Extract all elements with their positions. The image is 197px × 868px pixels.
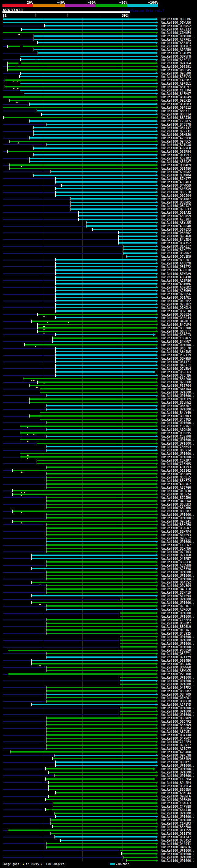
subject-label[interactable]: UniRef100_UPI000.. bbox=[161, 438, 195, 441]
alignment-bar[interactable] bbox=[3, 19, 156, 20]
alignment-bar[interactable] bbox=[46, 517, 156, 519]
alignment-bar[interactable] bbox=[52, 341, 156, 342]
alignment-bar[interactable] bbox=[46, 748, 156, 749]
alignment-bar[interactable] bbox=[120, 711, 156, 712]
subject-label[interactable]: UniRef100_A8G4X8 bbox=[161, 276, 191, 279]
subject-label[interactable]: UniRef100_Q1KLP9 bbox=[161, 398, 191, 401]
subject-label[interactable]: UniRef100_Q676X3 bbox=[161, 228, 191, 231]
subject-label[interactable]: UniRef100_Q119V1 bbox=[161, 154, 191, 157]
subject-label[interactable]: UniRef100_UPI000.. bbox=[161, 642, 195, 645]
alignment-bar[interactable] bbox=[46, 694, 156, 695]
alignment-bar[interactable] bbox=[119, 242, 156, 244]
subject-label[interactable]: UniRef100_B2XT60 bbox=[161, 554, 191, 557]
subject-label[interactable]: UniRef100_A8WUG5 bbox=[161, 670, 191, 673]
alignment-bar[interactable] bbox=[46, 548, 156, 549]
subject-label[interactable]: UniRef100_UPI000.. bbox=[161, 710, 195, 713]
subject-label[interactable]: UniRef100_A3IWB6 bbox=[161, 283, 191, 286]
alignment-bar[interactable] bbox=[120, 707, 156, 709]
alignment-bar[interactable] bbox=[40, 392, 156, 393]
alignment-bar[interactable] bbox=[46, 846, 156, 848]
subject-label[interactable]: UniRef100_B5XFN6 bbox=[161, 547, 191, 550]
alignment-bar[interactable] bbox=[56, 371, 153, 373]
alignment-bar[interactable] bbox=[56, 262, 156, 264]
alignment-bar[interactable] bbox=[56, 348, 156, 349]
subject-label[interactable]: UniRef100_B0C814 bbox=[161, 113, 191, 116]
alignment-bar[interactable] bbox=[55, 836, 156, 838]
alignment-bar[interactable] bbox=[20, 456, 156, 458]
subject-label[interactable]: UniRef100_Q1WLU0 bbox=[161, 21, 191, 24]
alignment-bar[interactable] bbox=[46, 575, 156, 576]
subject-label[interactable]: UniRef100_B0LUH3 bbox=[161, 503, 191, 506]
alignment-bar[interactable] bbox=[10, 751, 156, 752]
alignment-bar[interactable] bbox=[56, 762, 156, 763]
subject-label[interactable]: UniRef100_UPI000.. bbox=[161, 819, 195, 822]
subject-label[interactable]: UniRef100_B4FM07 bbox=[161, 92, 191, 95]
subject-label[interactable]: UniRef100_A8CV51 bbox=[161, 731, 191, 734]
subject-label[interactable]: UniRef100_UPI000.. bbox=[161, 707, 195, 710]
alignment-bar[interactable] bbox=[46, 653, 156, 654]
subject-label[interactable]: UniRef100_C6K6G3 bbox=[161, 802, 191, 805]
subject-label[interactable]: UniRef100_UPI000.. bbox=[161, 639, 195, 642]
subject-label[interactable]: UniRef100_A9PEL1 bbox=[161, 82, 191, 85]
alignment-bar[interactable] bbox=[123, 857, 156, 858]
subject-label[interactable]: UniRef100_B4PCW4 bbox=[161, 500, 191, 503]
alignment-bar[interactable] bbox=[120, 640, 156, 641]
alignment-bar[interactable] bbox=[46, 507, 156, 508]
alignment-bar[interactable] bbox=[60, 840, 156, 841]
subject-label[interactable]: UniRef100_B4K7N4 bbox=[161, 388, 191, 391]
subject-label[interactable]: UniRef100_B5G0M4 bbox=[161, 727, 191, 730]
subject-label[interactable]: UniRef100_Q6DFP2 bbox=[161, 720, 191, 723]
subject-label[interactable]: UniRef100_B0FWR3 bbox=[161, 415, 191, 418]
alignment-bar[interactable] bbox=[56, 280, 156, 281]
subject-label[interactable]: UniRef100_C8BKC5 bbox=[161, 337, 191, 340]
alignment-bar[interactable] bbox=[48, 782, 156, 783]
alignment-bar[interactable] bbox=[9, 141, 156, 142]
subject-label[interactable]: UniRef100_Q29BH8 bbox=[161, 381, 191, 384]
alignment-bar[interactable] bbox=[41, 114, 156, 115]
subject-label[interactable]: UniRef100_B1XPT7 bbox=[161, 248, 191, 252]
subject-label[interactable]: UniRef100_B5G0M2 bbox=[161, 690, 191, 693]
subject-label[interactable]: UniRef100_A8I2V3 bbox=[161, 466, 191, 469]
subject-label[interactable]: UniRef100_C1EHK4 bbox=[161, 89, 191, 92]
subject-label[interactable]: UniRef100_P32119 bbox=[161, 354, 191, 357]
subject-label[interactable]: UniRef100_Q4S7T1 bbox=[161, 364, 191, 367]
subject-label[interactable]: UniRef100_A9QKS0 bbox=[161, 428, 191, 431]
alignment-bar[interactable] bbox=[51, 833, 156, 834]
alignment-bar[interactable] bbox=[29, 415, 156, 416]
subject-label[interactable]: UniRef100_B4PKF3 bbox=[161, 320, 191, 323]
alignment-bar[interactable] bbox=[46, 619, 156, 620]
alignment-bar[interactable] bbox=[38, 381, 156, 383]
alignment-bar[interactable] bbox=[46, 633, 156, 634]
subject-label[interactable]: UniRef100_P80602 bbox=[161, 231, 191, 235]
alignment-bar[interactable] bbox=[29, 137, 156, 138]
alignment-bar[interactable] bbox=[78, 219, 156, 220]
subject-label[interactable]: UniRef100_UPI000.. bbox=[161, 517, 195, 520]
alignment-bar[interactable] bbox=[119, 232, 156, 234]
subject-label[interactable]: UniRef100_UPI000.. bbox=[161, 422, 195, 425]
subject-label[interactable]: UniRef100_UPI000.. bbox=[161, 442, 195, 445]
subject-label[interactable]: UniRef100_A8E7G6 bbox=[161, 486, 191, 489]
alignment-bar[interactable] bbox=[48, 772, 156, 773]
subject-label[interactable]: UniRef100_B3RUE8 bbox=[161, 561, 191, 564]
subject-label[interactable]: UniRef100_B5XFI4 bbox=[161, 479, 191, 483]
subject-label[interactable]: UniRef100_B7QJH0 bbox=[161, 496, 191, 499]
subject-label[interactable]: UniRef100_Q9BGI2 bbox=[161, 537, 191, 540]
subject-label[interactable]: UniRef100_A8DYR6 bbox=[161, 506, 191, 509]
subject-label[interactable]: UniRef100_Q93X25 bbox=[161, 99, 191, 102]
alignment-bar[interactable] bbox=[51, 171, 156, 173]
alignment-bar[interactable] bbox=[46, 670, 156, 671]
subject-label[interactable]: UniRef100_Q5RC63 bbox=[161, 371, 191, 374]
subject-label[interactable]: UniRef100_UPI000.. bbox=[161, 859, 195, 863]
alignment-bar[interactable] bbox=[51, 823, 156, 824]
subject-label[interactable]: UniRef100_UPI000.. bbox=[161, 812, 195, 815]
alignment-bar[interactable] bbox=[32, 704, 156, 705]
alignment-bar[interactable] bbox=[3, 32, 156, 33]
subject-label[interactable]: UniRef100_UPI000.. bbox=[161, 598, 195, 601]
alignment-bar[interactable] bbox=[56, 277, 156, 278]
alignment-bar[interactable] bbox=[23, 378, 156, 379]
alignment-bar[interactable] bbox=[56, 273, 156, 274]
alignment-bar[interactable] bbox=[46, 731, 156, 732]
subject-label[interactable]: UniRef100_UPI000.. bbox=[161, 646, 195, 649]
subject-label[interactable]: UniRef100_Q7PTG1 bbox=[161, 605, 191, 608]
subject-label[interactable]: UniRef100_Q96291 bbox=[161, 65, 191, 68]
